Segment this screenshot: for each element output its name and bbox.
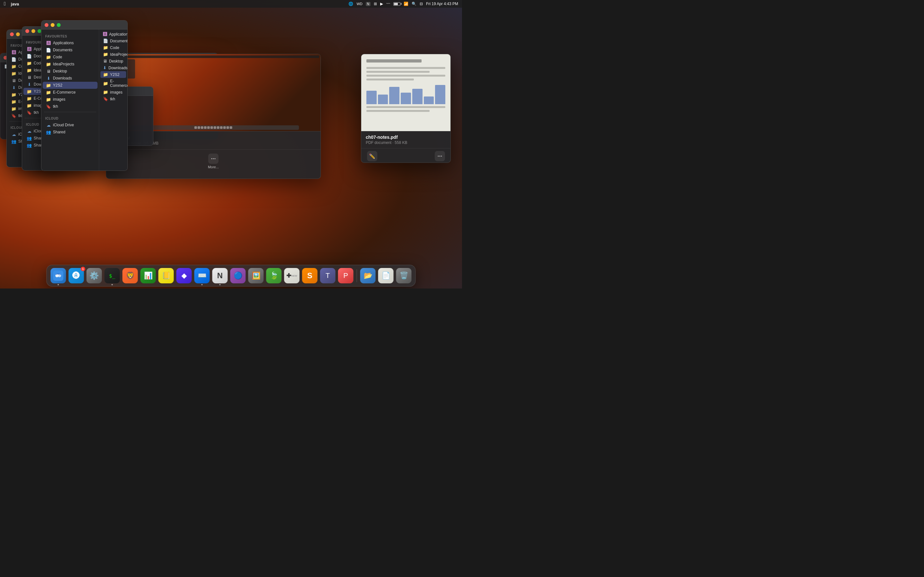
- sidebar-item-code-3[interactable]: 📁 Code: [43, 53, 97, 61]
- pdf-header-line: [367, 59, 422, 63]
- notion-icon: N: [212, 268, 228, 284]
- file-icon-code: 📁: [103, 45, 108, 50]
- file-row-images[interactable]: 📁 images: [100, 89, 126, 95]
- dock-linear[interactable]: ◆: [176, 268, 192, 284]
- sidebar-item-downloads-3[interactable]: ⬇ Downloads: [43, 75, 97, 82]
- dock-file[interactable]: 📄: [378, 268, 394, 284]
- y2s2-icon-2: 📁: [27, 89, 32, 94]
- minimize-button-2[interactable]: [31, 29, 35, 33]
- sidebar-item-shared-3[interactable]: 👥 Shared: [43, 129, 97, 135]
- sidebar-3: Favourites 🅰 Applications 📄 Documents 📁 …: [41, 29, 99, 171]
- sidebar-item-ideaprojects-3[interactable]: 📁 IdeaProjects: [43, 61, 97, 68]
- dock-terminal[interactable]: $_: [104, 268, 121, 284]
- wave-icon[interactable]: 〰: [386, 2, 390, 6]
- dock-proxyman[interactable]: P: [338, 268, 354, 284]
- dock-brave[interactable]: 🦁: [122, 268, 139, 284]
- minimize-button-3[interactable]: [51, 23, 55, 27]
- file-row-code[interactable]: 📁 Code: [100, 44, 126, 51]
- sidebar-item-tkh-3[interactable]: 🔖 tkh: [43, 103, 97, 110]
- tkh-icon-1: 🔖: [11, 113, 16, 118]
- ideaprojects-icon-3: 📁: [46, 61, 51, 67]
- minimize-button-1[interactable]: [16, 32, 20, 36]
- finder-dot: [58, 284, 59, 285]
- control-center-icon[interactable]: ⊟: [420, 2, 423, 6]
- maximize-button-3[interactable]: [57, 23, 61, 27]
- dock-sysprefs[interactable]: ⚙️: [86, 268, 103, 284]
- sidebar-item-documents-3[interactable]: 📄 Documents: [43, 47, 97, 53]
- dock-finder[interactable]: [50, 268, 67, 284]
- mini-dock-icon-12: [230, 126, 232, 129]
- play-icon[interactable]: ▶: [380, 2, 383, 6]
- terminal-icon: $_: [105, 268, 120, 284]
- file-row-desktop[interactable]: 🖥 Desktop: [100, 58, 126, 64]
- pdf-bar-1: [367, 91, 376, 104]
- battery-icon: [393, 2, 401, 6]
- mini-dock-icon-5: [207, 126, 210, 129]
- file-row-ideaprojects[interactable]: 📁 IdeaProjects: [100, 51, 126, 58]
- ideaprojects-icon-1: 📁: [11, 71, 16, 76]
- shared-icon-2a: 👥: [27, 135, 32, 141]
- shared-icon-3: 👥: [46, 129, 51, 135]
- file-icon-tkh: 🔖: [103, 97, 108, 101]
- svg-point-4: [439, 156, 440, 157]
- dock-sublime[interactable]: S: [302, 268, 318, 284]
- svg-point-8: [58, 274, 61, 277]
- dock-orbit[interactable]: 🔵: [230, 268, 246, 284]
- sidebar-item-desktop-3[interactable]: 🖥 Desktop: [43, 68, 97, 75]
- sidebar-item-y2s2-3[interactable]: 📁 Y2S2: [43, 82, 97, 89]
- dock-activity[interactable]: 📊: [140, 268, 157, 284]
- file-row-ecommerce[interactable]: 📁 E-Commerce: [100, 78, 126, 89]
- sidebar-item-icloud-drive-3[interactable]: ☁ iCloud Drive: [43, 121, 97, 129]
- svg-point-0: [211, 158, 212, 159]
- sidebar-item-images-3[interactable]: 📁 images: [43, 96, 97, 103]
- mini-dock-icon-6: [210, 126, 213, 129]
- file-row-applications[interactable]: 🅰 Applications ›: [100, 31, 126, 37]
- sidebar-item-ecommerce-3[interactable]: 📁 E-Commerce: [43, 89, 97, 96]
- apple-menu[interactable]: : [4, 1, 6, 7]
- y2s2-icon-1: 📁: [11, 92, 16, 97]
- close-button-2[interactable]: [25, 29, 29, 33]
- file-row-downloads[interactable]: ⬇ Downloads: [100, 64, 126, 71]
- file-icon-ecommerce: 📁: [103, 81, 108, 86]
- icloud-drive-icon-2: ☁: [27, 129, 32, 134]
- file-row-documents[interactable]: 📄 Documents: [100, 37, 126, 44]
- markup-label: Markup: [367, 163, 378, 163]
- pdf-line-2: [367, 71, 430, 73]
- dock-trash[interactable]: 🗑️: [396, 268, 412, 284]
- app-name[interactable]: java: [11, 2, 19, 6]
- file-list-3: 🅰 Applications › 📄 Documents 📁 Code 📁 Id…: [99, 29, 128, 171]
- dock-new[interactable]: ✚NEW: [284, 268, 300, 284]
- pdf-bar-5: [412, 89, 423, 104]
- downloads-icon-1: ⬇: [11, 85, 16, 90]
- search-icon[interactable]: 🔍: [412, 2, 417, 6]
- dock-teams[interactable]: T: [320, 268, 336, 284]
- sidebar-item-applications-3[interactable]: 🅰 Applications: [43, 39, 97, 47]
- markup-btn[interactable]: ✏️ Markup: [367, 151, 378, 163]
- menubar:  java 🌐 WD N ⊞ ▶ 〰 📶 🔍 ⊟ Fri 19 Apr 4:4…: [0, 0, 462, 8]
- preview-icon: 🖼️: [248, 268, 264, 284]
- documents-icon-1: 📄: [11, 57, 16, 62]
- file-row-y2s2[interactable]: 📁 Y2S2: [100, 71, 126, 78]
- documents-icon-2: 📄: [27, 53, 32, 59]
- preview-actions: More...: [106, 149, 320, 173]
- dock-notes[interactable]: 📒: [158, 268, 174, 284]
- close-button-1[interactable]: [10, 32, 14, 36]
- dock-notion[interactable]: N: [212, 268, 228, 284]
- grid-icon[interactable]: ⊞: [374, 2, 377, 6]
- teams-icon: T: [320, 268, 336, 284]
- file-row-tkh[interactable]: 🔖 tkh: [100, 95, 126, 102]
- dock-appstore[interactable]: 🅐 1: [68, 268, 85, 284]
- dock-mongodb[interactable]: 🍃: [266, 268, 282, 284]
- more-action-btn[interactable]: More...: [208, 153, 219, 169]
- close-button-3[interactable]: [45, 23, 48, 27]
- wifi-icon: 📶: [404, 2, 409, 6]
- dock-preview[interactable]: 🖼️: [248, 268, 264, 284]
- finder-window-3: Favourites 🅰 Applications 📄 Documents 📁 …: [41, 20, 128, 171]
- wd-status: WD: [357, 2, 362, 6]
- dock-files[interactable]: 📂: [360, 268, 376, 284]
- dock-vscode[interactable]: ⌨️: [194, 268, 210, 284]
- trash-icon: 🗑️: [396, 268, 412, 284]
- pdf-title: ch07-notes.pdf: [366, 135, 446, 140]
- pdf-more-btn[interactable]: More...: [435, 151, 445, 163]
- battery-tip: [401, 3, 402, 5]
